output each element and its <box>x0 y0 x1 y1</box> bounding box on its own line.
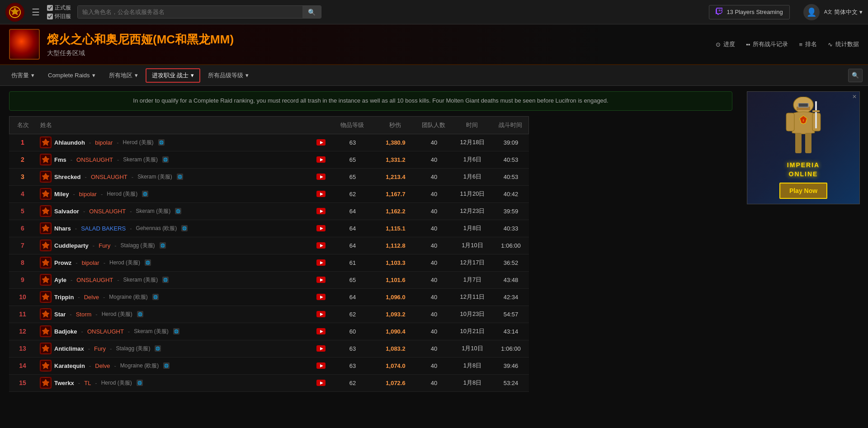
player-name[interactable]: Salvador <box>54 208 79 215</box>
youtube-icon[interactable] <box>316 156 326 163</box>
ad-close-button[interactable]: ✕ <box>852 94 857 100</box>
youtube-icon[interactable] <box>316 225 326 231</box>
table-row[interactable]: 15 Twerkx - TL - Herod (美服) 🌐 <box>9 375 529 392</box>
youtube-icon[interactable] <box>316 328 326 334</box>
search-input[interactable] <box>78 6 302 18</box>
table-row[interactable]: 7 Cuddleparty - Fury - Stalagg (美服) 🌐 <box>9 237 529 254</box>
filter-region-button[interactable]: 所有地区 ▾ <box>103 69 144 82</box>
table-row[interactable]: 6 Nhars - SALAD BAKERS - Gehennas (欧服) 🌐 <box>9 220 529 237</box>
name-cell: Fms - ONSLAUGHT - Skeram (美服) 🌐 <box>36 152 312 167</box>
youtube-icon[interactable] <box>316 311 326 317</box>
player-name[interactable]: Ahlaundoh <box>54 139 85 146</box>
youtube-icon[interactable] <box>316 139 326 146</box>
table-row[interactable]: 3 Shrecked - ONSLAUGHT - Skeram (美服) 🌐 <box>9 169 529 186</box>
filter-complete-raids-button[interactable]: Complete Raids ▾ <box>42 69 101 81</box>
size-cell: 40 <box>416 292 452 302</box>
filter-class-button[interactable]: 进攻职业 战士 ▾ <box>146 68 201 83</box>
table-header: 名次 姓名 物品等级 秒伤 团队人数 时间 战斗时间 <box>9 116 529 134</box>
player-name[interactable]: Cuddleparty <box>54 242 89 249</box>
ad-play-button[interactable]: Play Now <box>779 183 827 199</box>
youtube-icon[interactable] <box>316 174 326 180</box>
ilvl-cell: 64 <box>330 240 375 251</box>
table-row[interactable]: 11 Star - Storm - Herod (美服) 🌐 <box>9 306 529 323</box>
player-name[interactable]: Shrecked <box>54 174 81 180</box>
player-name[interactable]: Ayle <box>54 277 66 283</box>
youtube-icon[interactable] <box>316 191 326 197</box>
time-cell: 43:14 <box>493 326 529 337</box>
official-server-checkbox[interactable]: 正式服 <box>47 4 71 12</box>
guild-name[interactable]: ONSLAUGHT <box>76 277 113 283</box>
youtube-icon[interactable] <box>316 208 326 214</box>
date-cell: 1月8日 <box>452 360 493 372</box>
table-row[interactable]: 5 Salvador - ONSLAUGHT - Skeram (美服) 🌐 <box>9 203 529 220</box>
youtube-icon[interactable] <box>316 277 326 283</box>
filter-ilvl-button[interactable]: 所有品级等级 ▾ <box>202 69 255 82</box>
name-cell: Trippin - Delve - Mograine (欧服) 🌐 <box>36 289 312 305</box>
guild-name[interactable]: TL <box>84 380 91 386</box>
table-row[interactable]: 10 Trippin - Delve - Mograine (欧服) 🌐 <box>9 289 529 306</box>
table-row[interactable]: 12 Badjoke - ONSLAUGHT - Skeram (美服) 🌐 <box>9 323 529 340</box>
filter-damage-arrow-icon: ▾ <box>31 72 34 79</box>
rank-cell: 4 <box>9 188 36 199</box>
youtube-icon[interactable] <box>316 242 326 249</box>
guild-name[interactable]: ONSLAUGHT <box>91 174 127 180</box>
player-name[interactable]: Fms <box>54 156 66 163</box>
player-name[interactable]: Star <box>54 311 66 318</box>
player-name[interactable]: Miley <box>54 191 69 198</box>
zone-action-combat-log[interactable]: ▪▪ 所有战斗记录 <box>746 40 788 48</box>
table-row[interactable]: 2 Fms - ONSLAUGHT - Skeram (美服) 🌐 <box>9 151 529 169</box>
guild-name[interactable]: SALAD BAKERS <box>81 225 126 232</box>
zone-action-ranking[interactable]: ≡ 排名 <box>799 40 817 48</box>
player-name[interactable]: Badjoke <box>54 328 77 335</box>
guild-name[interactable]: Fury <box>94 345 106 352</box>
svg-rect-2 <box>719 9 720 11</box>
ilvl-cell: 62 <box>330 189 375 199</box>
filter-search-button[interactable]: 🔍 <box>848 69 863 82</box>
table-row[interactable]: 4 Miley - bipolar - Herod (美服) 🌐 <box>9 186 529 203</box>
player-name[interactable]: Anticlimax <box>54 345 84 352</box>
guild-name[interactable]: Storm <box>76 311 92 318</box>
table-row[interactable]: 9 Ayle - ONSLAUGHT - Skeram (美服) 🌐 <box>9 272 529 289</box>
size-cell: 40 <box>416 189 452 199</box>
language-selector[interactable]: A文 简体中文 ▾ <box>824 8 863 16</box>
table-row[interactable]: 8 Prowz - bipolar - Herod (美服) 🌐 <box>9 254 529 272</box>
ad-banner[interactable]: ✕ <box>747 91 860 204</box>
guild-name[interactable]: Delve <box>95 362 110 369</box>
player-class-icon <box>40 205 52 217</box>
player-name[interactable]: Twerkx <box>54 380 74 386</box>
guild-name[interactable]: bipolar <box>79 191 97 198</box>
search-submit-button[interactable]: 🔍 <box>302 6 321 18</box>
classic-server-checkbox[interactable]: 怀旧服 <box>47 13 71 20</box>
site-logo[interactable] <box>5 3 24 22</box>
youtube-icon[interactable] <box>316 294 326 300</box>
player-name[interactable]: Nhars <box>54 225 71 232</box>
zone-action-stats[interactable]: ∿ 统计数据 <box>828 40 859 48</box>
name-cell: Star - Storm - Herod (美服) 🌐 <box>36 306 312 322</box>
user-avatar[interactable]: 👤 <box>803 4 820 20</box>
player-class-icon <box>40 136 52 148</box>
player-name[interactable]: Trippin <box>54 294 74 301</box>
zone-action-progress[interactable]: ⊙ 进度 <box>716 40 735 48</box>
streaming-badge[interactable]: 13 Players Streaming <box>709 5 789 19</box>
player-name[interactable]: Prowz <box>54 259 71 266</box>
filter-damage-button[interactable]: 伤害量 ▾ <box>5 69 40 82</box>
guild-name[interactable]: bipolar <box>95 139 113 146</box>
guild-name[interactable]: Fury <box>99 242 110 249</box>
youtube-icon[interactable] <box>316 345 326 352</box>
youtube-icon[interactable] <box>316 259 326 266</box>
guild-name[interactable]: ONSLAUGHT <box>89 208 126 215</box>
guild-name[interactable]: ONSLAUGHT <box>76 156 113 163</box>
guild-name[interactable]: ONSLAUGHT <box>87 328 124 335</box>
table-row[interactable]: 1 Ahlaundoh - bipolar - Herod (美服) 🌐 <box>9 134 529 151</box>
player-class-icon <box>40 222 52 234</box>
youtube-icon[interactable] <box>316 362 326 369</box>
youtube-icon[interactable] <box>316 380 326 386</box>
guild-name[interactable]: bipolar <box>82 259 99 266</box>
table-row[interactable]: 13 Anticlimax - Fury - Stalagg (美服) 🌐 <box>9 340 529 357</box>
date-cell: 1月8日 <box>452 222 493 234</box>
table-row[interactable]: 14 Karatequin - Delve - Mograine (欧服) 🌐 <box>9 357 529 375</box>
menu-hamburger-icon[interactable]: ☰ <box>32 7 40 18</box>
guild-name[interactable]: Delve <box>84 294 99 301</box>
time-cell: 36:52 <box>493 258 529 268</box>
player-name[interactable]: Karatequin <box>54 362 85 369</box>
